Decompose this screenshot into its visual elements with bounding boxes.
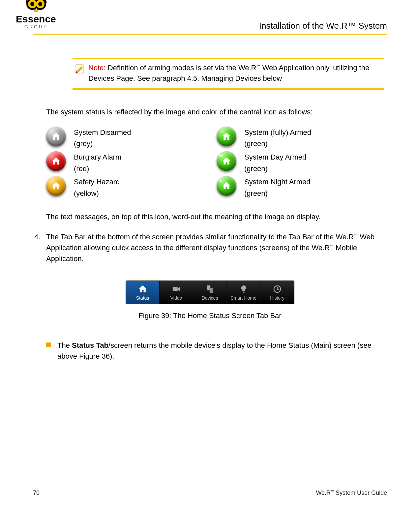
svg-point-4 [30, 2, 34, 6]
moon-icon [219, 178, 223, 183]
home-icon-green [217, 127, 236, 146]
square-bullet-icon [46, 342, 51, 347]
section-title: Installation of the We.R™ System [259, 21, 387, 31]
tab-video[interactable]: Video [160, 281, 193, 304]
svg-point-5 [38, 2, 42, 6]
figure-caption: Figure 39: The Home Status Screen Tab Ba… [33, 312, 387, 320]
svg-line-16 [219, 154, 220, 155]
bullet-status-tab: The Status Tab/screen returns the mobile… [46, 340, 387, 362]
svg-text:Essence: Essence [16, 14, 56, 24]
mobile-tab-bar: Status Video Devices Smart Home History [126, 281, 294, 304]
status-burglary: Burglary Alarm (red) [46, 151, 217, 173]
svg-rect-20 [172, 287, 177, 291]
page-header: Essence GROUP Installation of the We.R™ … [33, 0, 387, 35]
svg-point-11 [220, 155, 222, 157]
paragraph-status-intro: The system status is reflected by the im… [46, 106, 387, 117]
svg-line-18 [219, 157, 220, 157]
video-icon [171, 284, 181, 294]
tab-status[interactable]: Status [126, 281, 160, 304]
item-number: 4. [34, 231, 46, 264]
brand-logo: Essence GROUP [13, 0, 59, 32]
svg-rect-23 [209, 288, 213, 293]
svg-marker-21 [177, 287, 180, 291]
status-night-armed: System Night Armed (green) [217, 176, 387, 198]
tab-history[interactable]: History [260, 281, 294, 304]
home-icon-yellow [46, 176, 66, 196]
status-icon-grid: System Disarmed (grey) System (fully) Ar… [46, 127, 387, 198]
note-callout: Note: Definition of arming modes is set … [73, 58, 384, 90]
svg-text:GROUP: GROUP [24, 24, 48, 29]
page-footer: 70 We.R™ System User Guide [33, 490, 387, 496]
home-icon-green-day [217, 151, 236, 171]
status-safety: Safety Hazard (yellow) [46, 176, 217, 198]
paragraph-after-icons: The text messages, on top of this icon, … [46, 211, 387, 222]
history-icon [272, 284, 282, 294]
status-fully-armed: System (fully) Armed (green) [217, 127, 387, 149]
home-icon-grey [46, 127, 66, 146]
devices-icon [205, 284, 215, 294]
sun-icon [219, 153, 223, 158]
list-item-4: 4. The Tab Bar at the bottom of the scre… [34, 231, 387, 264]
home-icon [138, 284, 148, 294]
tab-smart-home[interactable]: Smart Home [227, 281, 260, 304]
bulb-icon [239, 284, 249, 294]
svg-line-19 [222, 154, 223, 155]
figure-tabbar: Status Video Devices Smart Home History … [33, 281, 387, 320]
page-number: 70 [33, 490, 40, 496]
home-icon-red [46, 151, 66, 171]
note-label: Note: [88, 64, 106, 72]
svg-line-17 [222, 157, 223, 157]
status-disarmed: System Disarmed (grey) [46, 127, 217, 149]
home-icon-green-night [217, 176, 236, 196]
note-text: Note: Definition of arming modes is set … [88, 63, 382, 84]
guide-name: We.R™ System User Guide [316, 490, 387, 496]
svg-rect-24 [243, 292, 244, 293]
note-icon [74, 63, 88, 84]
tab-devices[interactable]: Devices [193, 281, 227, 304]
status-day-armed: System Day Armed (green) [217, 151, 387, 173]
